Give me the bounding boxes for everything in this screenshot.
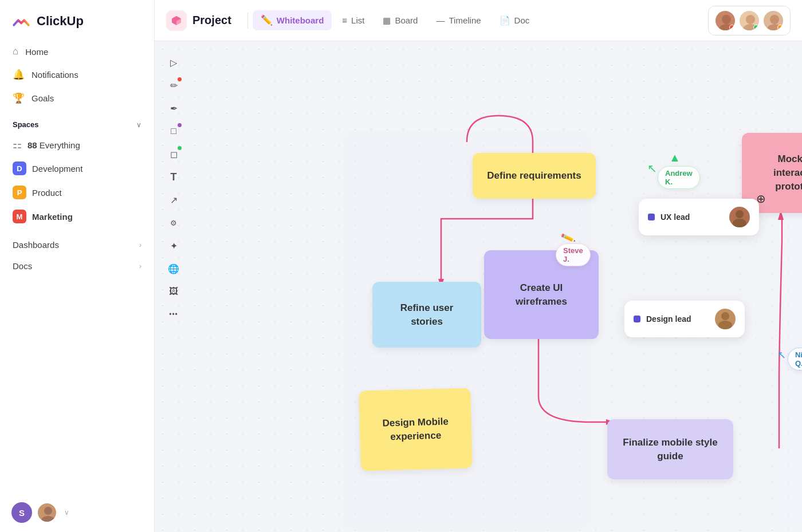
avatar-dot-2 (753, 25, 759, 30)
note-define-requirements[interactable]: Define requirements (473, 153, 596, 199)
board-tab-label: Board (395, 15, 418, 25)
docs-chevron-icon: › (139, 262, 141, 270)
user-avatar-s: S (11, 502, 32, 523)
card-ux-lead[interactable]: UX lead ⊕ (639, 199, 759, 235)
docs-label: Docs (13, 261, 32, 271)
sidebar-item-marketing[interactable]: M Marketing (6, 204, 148, 228)
collaborators-bar (708, 6, 791, 36)
move-cursor-icon: ⊕ (756, 192, 766, 206)
sidebar-item-goals[interactable]: 🏆 Goals (6, 86, 148, 110)
tool-text[interactable]: T (164, 167, 183, 187)
project-title: Project (192, 14, 231, 27)
tab-board[interactable]: ▦ Board (375, 11, 426, 30)
topbar: Project ✏️ Whiteboard ≡ List ▦ Board — T… (155, 0, 802, 41)
user-face-svg (38, 503, 57, 523)
whiteboard-tab-icon: ✏️ (261, 14, 273, 26)
user-menu-chevron-icon[interactable]: ∨ (64, 509, 69, 517)
spaces-chevron-icon[interactable]: ∨ (136, 121, 141, 129)
sidebar-item-everything[interactable]: ⚏ 88 Everything (6, 133, 148, 156)
sidebar-bottom: S ∨ (0, 493, 154, 532)
svg-point-12 (733, 219, 746, 227)
list-tab-icon: ≡ (342, 15, 347, 25)
svg-point-4 (746, 15, 755, 24)
toolbar-left: ▷ ✏ ✒ □ ◻ T ↗ ⚙ ✦ 🌐 🖼 ••• (164, 53, 183, 324)
tab-doc[interactable]: 📄 Doc (492, 11, 538, 30)
svg-point-11 (736, 210, 744, 218)
ux-lead-avatar (729, 207, 750, 227)
doc-tab-label: Doc (514, 15, 530, 25)
card-design-lead[interactable]: Design lead (624, 301, 745, 337)
development-icon-box: D (13, 161, 26, 175)
design-lead-avatar (715, 309, 736, 329)
timeline-tab-icon: — (436, 15, 445, 25)
everything-grid-icon: ⚏ (13, 139, 22, 151)
cursor-arrow-nikita: ↖ (777, 349, 786, 361)
spaces-section-header: Spaces ∨ (0, 110, 154, 133)
tab-whiteboard[interactable]: ✏️ Whiteboard (253, 10, 332, 30)
home-icon: ⌂ (13, 46, 18, 57)
tool-more[interactable]: ••• (164, 305, 183, 324)
tool-select[interactable]: ▷ (164, 53, 183, 72)
svg-point-6 (770, 15, 779, 24)
spaces-label: Spaces (13, 120, 39, 129)
tool-note[interactable]: ◻ (164, 144, 183, 164)
sidebar-item-development[interactable]: D Development (6, 156, 148, 180)
tool-image[interactable]: 🖼 (164, 282, 183, 301)
whiteboard-canvas[interactable]: ▷ ✏ ✒ □ ◻ T ↗ ⚙ ✦ 🌐 🖼 ••• (155, 41, 802, 532)
avatar-dot-1 (729, 25, 735, 30)
board-tab-icon: ▦ (383, 15, 391, 26)
andrew-cursor-label: Andrew K. (658, 166, 700, 189)
ux-lead-label: UX lead (661, 212, 690, 222)
list-tab-label: List (351, 15, 364, 25)
tool-magic[interactable]: ✦ (164, 236, 183, 255)
collaborator-avatar-1 (714, 10, 736, 31)
topbar-tabs: ✏️ Whiteboard ≡ List ▦ Board — Timeline … (253, 10, 537, 30)
draw-dot (178, 77, 182, 81)
tool-globe[interactable]: 🌐 (164, 259, 183, 278)
tool-arrow[interactable]: ↗ (164, 190, 183, 210)
tool-shape[interactable]: □ (164, 121, 183, 141)
topbar-divider (247, 13, 248, 29)
sidebar-item-everything-label: 88 Everything (27, 140, 80, 150)
sidebar-item-dashboards[interactable]: Dashboards › (0, 234, 154, 255)
sidebar-item-product[interactable]: P Product (6, 180, 148, 204)
steve-cursor-label: Steve J. (556, 243, 591, 266)
main-content: Project ✏️ Whiteboard ≡ List ▦ Board — T… (155, 0, 802, 532)
sidebar: ClickUp ⌂ Home 🔔 Notifications 🏆 Goals S… (0, 0, 155, 532)
pointer-cursor-teal: ▲ (669, 151, 681, 164)
svg-point-14 (718, 321, 732, 329)
dashboards-label: Dashboards (13, 240, 59, 250)
note-dot (178, 146, 182, 150)
sidebar-item-development-label: Development (32, 164, 82, 174)
shape-dot (178, 123, 182, 127)
dashboards-chevron-icon: › (139, 241, 141, 249)
logo: ClickUp (0, 0, 154, 40)
collaborator-avatar-2 (738, 10, 760, 31)
logo-text: ClickUp (37, 14, 84, 29)
sidebar-item-docs[interactable]: Docs › (0, 255, 154, 277)
note-finalize-style[interactable]: Finalize mobile style guide (607, 419, 733, 479)
sidebar-item-notifications-label: Notifications (32, 70, 78, 80)
sidebar-item-marketing-label: Marketing (32, 212, 73, 222)
sidebar-item-home-label: Home (25, 47, 48, 57)
sidebar-item-home[interactable]: ⌂ Home (6, 40, 148, 63)
design-lead-label: Design lead (646, 314, 691, 324)
note-refine-stories[interactable]: Refine user stories (372, 282, 481, 348)
tool-draw[interactable]: ✏ (164, 76, 183, 95)
sidebar-item-product-label: Product (32, 188, 62, 198)
tab-list[interactable]: ≡ List (334, 11, 372, 29)
tool-connectors[interactable]: ⚙ (164, 213, 183, 232)
tool-pen[interactable]: ✒ (164, 98, 183, 118)
ux-lead-face (729, 207, 750, 227)
product-icon-box: P (13, 186, 26, 199)
sidebar-item-notifications[interactable]: 🔔 Notifications (6, 63, 148, 86)
user-avatar-photo (37, 502, 57, 523)
timeline-tab-label: Timeline (449, 15, 481, 25)
whiteboard-tab-label: Whiteboard (277, 15, 324, 25)
project-icon (166, 10, 187, 31)
tab-timeline[interactable]: — Timeline (428, 11, 489, 29)
cursor-arrow-andrew: ↖ (647, 161, 657, 175)
svg-point-13 (721, 312, 729, 320)
note-design-mobile[interactable]: Design Mobile experience (359, 388, 473, 471)
collaborator-avatar-3 (762, 10, 784, 31)
